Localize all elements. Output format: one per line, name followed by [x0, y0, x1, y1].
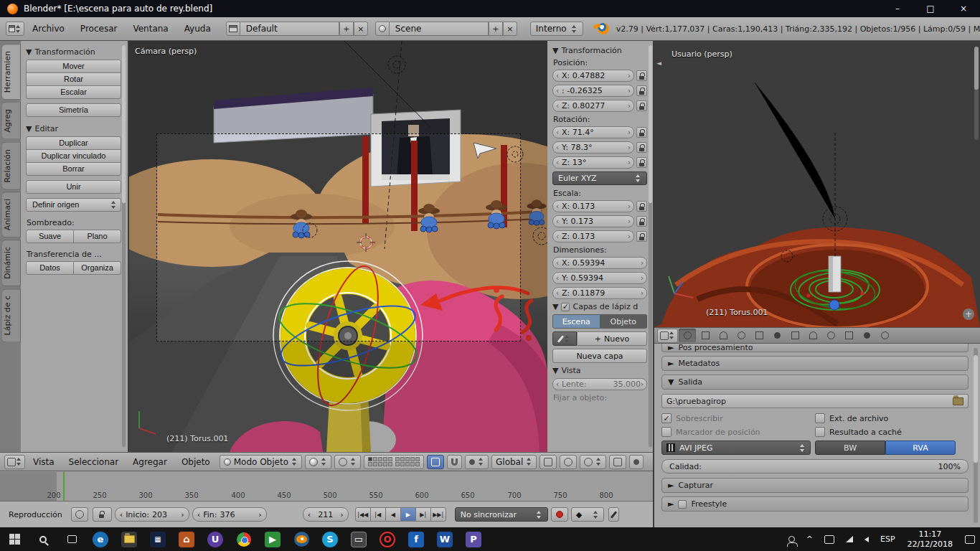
tab-world[interactable]	[732, 329, 750, 342]
tab-material[interactable]	[822, 329, 839, 342]
folder-icon[interactable]	[953, 397, 963, 405]
tab-object-data[interactable]	[804, 329, 821, 342]
datos-button[interactable]: Datos	[26, 261, 74, 275]
play-button[interactable]: ▶	[400, 507, 416, 522]
3d-viewport-user[interactable]: Usuario (persp) (211) Torus.001 ◄ +	[654, 41, 980, 327]
3d-viewport-camera[interactable]: Cámara (persp) (211) Torus.001	[129, 41, 547, 452]
bw-button[interactable]: BW	[815, 441, 885, 455]
network-button[interactable]	[841, 527, 858, 551]
resultado-cache-checkbox[interactable]: Resultado a caché	[815, 427, 969, 437]
taskbar-skype[interactable]: S	[316, 527, 344, 551]
gpencil-timeline-button[interactable]	[608, 507, 619, 522]
panel-transformacion[interactable]: ▼ Transformación	[26, 47, 121, 57]
record-button[interactable]	[551, 507, 568, 522]
file-format-dropdown[interactable]: AVI JPEG	[661, 441, 811, 455]
tray-display-button[interactable]	[819, 527, 839, 551]
nueva-capa-button[interactable]: Nueva capa	[552, 349, 647, 363]
dim-z-field[interactable]: ‹Z: 0.11879›	[552, 287, 647, 299]
viewport-render-button[interactable]	[629, 455, 644, 469]
taskbar-word[interactable]: W	[430, 527, 459, 551]
render-opengl-button[interactable]	[560, 455, 577, 469]
tray-expand-button[interactable]: ^	[801, 527, 818, 551]
layers-widget[interactable]	[364, 455, 424, 469]
tab-scene[interactable]	[715, 329, 732, 342]
keying-set-dropdown[interactable]: ◆	[571, 507, 604, 522]
render-engine-dropdown[interactable]: Interno	[530, 22, 583, 36]
plano-button[interactable]: Plano	[73, 230, 121, 243]
panel-vista[interactable]: ▼ Vista	[552, 366, 647, 375]
tab-escena[interactable]: Escena	[552, 314, 600, 329]
close-button[interactable]: ×	[947, 0, 980, 17]
scene-delete-button[interactable]: ×	[503, 22, 517, 36]
editor-type-button[interactable]	[657, 329, 678, 343]
suave-button[interactable]: Suave	[26, 230, 74, 243]
tab-herramientas[interactable]: Herramien	[2, 44, 21, 100]
tab-lapiz[interactable]: Lápiz de c	[2, 288, 21, 342]
lock-icon[interactable]	[636, 127, 647, 138]
scene-add-button[interactable]: +	[489, 22, 503, 36]
panel-capturar[interactable]: ► Capturar	[661, 478, 969, 493]
play-reverse-button[interactable]: ◀	[385, 507, 401, 522]
nuevo-button[interactable]: + Nuevo	[577, 331, 647, 346]
layout-add-button[interactable]: +	[339, 22, 354, 36]
tab-dinamica[interactable]: Dinámic	[2, 240, 21, 286]
editor-type-button[interactable]	[4, 455, 25, 469]
lock-icon[interactable]	[636, 157, 647, 168]
rotation-mode-dropdown[interactable]: Euler XYZ	[552, 171, 647, 185]
tab-object[interactable]	[750, 329, 768, 342]
output-path-field[interactable]: G:\pruebagirop	[661, 394, 969, 408]
mode-dropdown[interactable]: Modo Objeto	[220, 455, 302, 469]
lock-icon[interactable]	[636, 201, 647, 212]
panel-salida[interactable]: ▼ Salida	[661, 375, 969, 390]
tab-texture[interactable]	[840, 329, 857, 342]
start-button[interactable]	[0, 527, 29, 551]
rgba-button[interactable]: RVA	[885, 441, 956, 455]
panel-freestyle[interactable]: ► Freestyle	[661, 496, 969, 512]
panel-metadatos[interactable]: ► Metadatos	[661, 356, 969, 371]
viewport2-scrollbar[interactable]	[974, 47, 979, 140]
organizar-button[interactable]: Organiza	[73, 261, 121, 275]
scale-y-field[interactable]: ‹Y: 0.173›	[552, 215, 634, 227]
taskbar-explorer[interactable]	[115, 527, 143, 551]
unir-button[interactable]: Unir	[26, 180, 121, 194]
menu-vista[interactable]: Vista	[27, 453, 61, 471]
pivot-dropdown[interactable]	[334, 455, 361, 469]
layout-browse-icon[interactable]	[226, 22, 240, 36]
dim-y-field[interactable]: ‹Y: 0.59394›	[552, 272, 647, 284]
sync-dropdown[interactable]: No sincronizar	[455, 507, 548, 522]
start-frame-field[interactable]: ‹ Inicio:203 ›	[115, 507, 189, 522]
current-frame-line[interactable]	[63, 472, 65, 501]
sobrescribir-checkbox[interactable]: ✓ Sobrescribir	[661, 413, 815, 423]
shading-dropdown[interactable]	[305, 455, 331, 469]
mover-button[interactable]: Mover	[26, 60, 121, 73]
escalar-button[interactable]: Escalar	[26, 85, 121, 99]
minimize-button[interactable]: –	[881, 0, 914, 17]
jump-to-start-button[interactable]: |◀◀	[355, 507, 371, 522]
location-x-field[interactable]: ‹X: 0.47882›	[552, 70, 634, 82]
people-button[interactable]	[783, 527, 800, 551]
quality-slider[interactable]: Calidad: 100%	[661, 459, 969, 474]
tab-render[interactable]	[679, 329, 696, 342]
rotation-z-field[interactable]: ‹Z: 13°›	[552, 156, 634, 169]
lock-icon[interactable]	[636, 70, 647, 81]
orientation-extra-button[interactable]	[609, 455, 626, 469]
npanel-scrollbar[interactable]	[649, 45, 652, 447]
search-button[interactable]	[29, 527, 57, 551]
lock-icon[interactable]	[636, 216, 647, 227]
tab-relacion[interactable]: Relación	[2, 142, 21, 190]
taskbar-store[interactable]: ⌂	[172, 527, 201, 551]
tab-modifiers[interactable]	[786, 329, 804, 342]
panel-pos-procesamiento[interactable]: ► Pos procesamiento	[661, 344, 969, 352]
snap-toggle[interactable]	[447, 455, 462, 469]
task-view-button[interactable]	[57, 527, 86, 551]
lock-time-button[interactable]	[93, 507, 112, 522]
editor-type-button[interactable]	[6, 22, 24, 36]
next-keyframe-button[interactable]: ▶|	[415, 507, 431, 522]
panel-gpencil-layers[interactable]: ▼ ✓ Capas de lápiz d	[552, 302, 647, 311]
snap-element-dropdown[interactable]	[465, 455, 489, 469]
menu-ayuda[interactable]: Ayuda	[176, 17, 219, 40]
simetria-button[interactable]: Simetría	[26, 103, 121, 117]
menu-ventana[interactable]: Ventana	[125, 17, 176, 40]
lens-field[interactable]: ‹ Lente: 35.000 ›	[552, 378, 647, 390]
taskbar-app-dark[interactable]: ▦	[143, 527, 172, 551]
